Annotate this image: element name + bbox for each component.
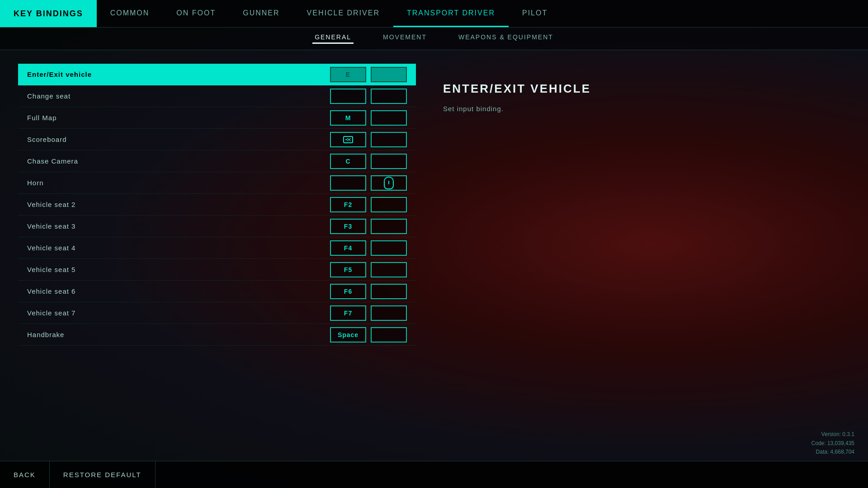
binding-row-seat-7[interactable]: Vehicle seat 7 F7: [18, 302, 416, 324]
binding-label-change-seat: Change seat: [27, 92, 330, 100]
version-info: Version: 0.3.1 Code: 13,039,435 Data: 4,…: [811, 430, 854, 456]
sub-tab-movement[interactable]: MOVEMENT: [381, 33, 429, 44]
key-btn-seat-7-primary[interactable]: F7: [330, 305, 366, 321]
sub-tab-weapons-equipment[interactable]: WEAPONS & EQUIPMENT: [456, 33, 556, 44]
key-btn-change-seat-primary[interactable]: [330, 89, 366, 104]
binding-label-seat-3: Vehicle seat 3: [27, 222, 330, 230]
binding-row-full-map[interactable]: Full Map M: [18, 107, 416, 129]
binding-label-handbrake: Handbrake: [27, 331, 330, 338]
binding-label-seat-5: Vehicle seat 5: [27, 266, 330, 273]
back-button[interactable]: BACK: [0, 461, 50, 488]
binding-row-horn[interactable]: Horn: [18, 172, 416, 194]
key-btn-seat-7-secondary[interactable]: [371, 305, 407, 321]
key-btn-horn-secondary[interactable]: [371, 175, 407, 191]
binding-row-seat-6[interactable]: Vehicle seat 6 F6: [18, 281, 416, 302]
top-nav: KEY BINDINGS COMMON ON FOOT GUNNER VEHIC…: [0, 0, 868, 28]
code-label: Code: 13,039,435: [811, 439, 854, 448]
key-btn-enter-exit-primary[interactable]: E: [330, 67, 366, 82]
binding-row-handbrake[interactable]: Handbrake Space: [18, 324, 416, 346]
binding-keys-change-seat: [330, 89, 407, 104]
binding-keys-seat-7: F7: [330, 305, 407, 321]
key-btn-chase-camera-primary[interactable]: C: [330, 154, 366, 169]
binding-label-seat-7: Vehicle seat 7: [27, 309, 330, 317]
binding-label-horn: Horn: [27, 179, 330, 187]
key-btn-seat-6-secondary[interactable]: [371, 284, 407, 299]
key-btn-seat-2-secondary[interactable]: [371, 197, 407, 212]
key-btn-seat-6-primary[interactable]: F6: [330, 284, 366, 299]
binding-label-enter-exit: Enter/Exit vehicle: [27, 70, 330, 78]
svg-rect-0: [344, 136, 353, 143]
restore-default-button[interactable]: RESTORE DEFAULT: [50, 461, 156, 488]
key-btn-seat-5-primary[interactable]: F5: [330, 262, 366, 277]
key-btn-full-map-secondary[interactable]: [371, 110, 407, 126]
binding-label-full-map: Full Map: [27, 114, 330, 122]
key-btn-scoreboard-secondary[interactable]: [371, 132, 407, 147]
key-btn-seat-3-primary[interactable]: F3: [330, 219, 366, 234]
nav-tab-on-foot[interactable]: ON FOOT: [163, 0, 229, 27]
binding-row-enter-exit[interactable]: Enter/Exit vehicle E: [18, 64, 416, 85]
nav-tab-gunner[interactable]: GUNNER: [229, 0, 293, 27]
key-btn-seat-2-primary[interactable]: F2: [330, 197, 366, 212]
tab-icon: [343, 136, 353, 143]
nav-keybindings-label: KEY BINDINGS: [0, 0, 97, 27]
binding-row-seat-3[interactable]: Vehicle seat 3 F3: [18, 216, 416, 237]
binding-keys-scoreboard: [330, 132, 407, 147]
binding-label-chase-camera: Chase Camera: [27, 157, 330, 165]
binding-keys-seat-2: F2: [330, 197, 407, 212]
binding-row-seat-5[interactable]: Vehicle seat 5 F5: [18, 259, 416, 281]
binding-keys-chase-camera: C: [330, 154, 407, 169]
key-btn-full-map-primary[interactable]: M: [330, 110, 366, 126]
binding-label-seat-6: Vehicle seat 6: [27, 287, 330, 295]
version-label: Version: 0.3.1: [811, 430, 854, 439]
main-content: Enter/Exit vehicle E Change seat Full Ma…: [0, 50, 868, 461]
key-btn-seat-3-secondary[interactable]: [371, 219, 407, 234]
binding-keys-handbrake: Space: [330, 327, 407, 343]
key-btn-handbrake-secondary[interactable]: [371, 327, 407, 343]
key-btn-handbrake-primary[interactable]: Space: [330, 327, 366, 343]
binding-label-scoreboard: Scoreboard: [27, 136, 330, 143]
binding-keys-seat-5: F5: [330, 262, 407, 277]
binding-label-seat-2: Vehicle seat 2: [27, 201, 330, 208]
detail-panel: ENTER/EXIT VEHICLE Set input binding.: [416, 64, 868, 447]
key-btn-seat-4-primary[interactable]: F4: [330, 240, 366, 256]
binding-keys-full-map: M: [330, 110, 407, 126]
nav-tab-pilot[interactable]: PILOT: [509, 0, 561, 27]
detail-title: ENTER/EXIT VEHICLE: [443, 82, 841, 96]
nav-tab-common[interactable]: COMMON: [97, 0, 163, 27]
key-btn-seat-4-secondary[interactable]: [371, 240, 407, 256]
data-label: Data: 4,668,704: [811, 448, 854, 456]
binding-row-change-seat[interactable]: Change seat: [18, 85, 416, 107]
binding-label-seat-4: Vehicle seat 4: [27, 244, 330, 252]
binding-keys-seat-6: F6: [330, 284, 407, 299]
bindings-panel: Enter/Exit vehicle E Change seat Full Ma…: [18, 64, 416, 447]
sub-nav: GENERAL MOVEMENT WEAPONS & EQUIPMENT: [0, 28, 868, 50]
key-btn-chase-camera-secondary[interactable]: [371, 154, 407, 169]
binding-row-seat-2[interactable]: Vehicle seat 2 F2: [18, 194, 416, 216]
binding-row-chase-camera[interactable]: Chase Camera C: [18, 150, 416, 172]
key-btn-change-seat-secondary[interactable]: [371, 89, 407, 104]
key-btn-horn-primary[interactable]: [330, 175, 366, 191]
detail-description: Set input binding.: [443, 105, 841, 113]
bottom-bar: BACK RESTORE DEFAULT: [0, 461, 868, 488]
mouse-icon: [384, 177, 394, 189]
sub-tab-general[interactable]: GENERAL: [312, 33, 354, 44]
binding-keys-seat-3: F3: [330, 219, 407, 234]
binding-keys-horn: [330, 175, 407, 191]
binding-keys-enter-exit: E: [330, 67, 407, 82]
nav-tab-transport-driver[interactable]: TRANSPORT DRIVER: [393, 0, 509, 27]
nav-tab-vehicle-driver[interactable]: VEHICLE DRIVER: [293, 0, 393, 27]
binding-row-scoreboard[interactable]: Scoreboard: [18, 129, 416, 150]
binding-row-seat-4[interactable]: Vehicle seat 4 F4: [18, 237, 416, 259]
binding-keys-seat-4: F4: [330, 240, 407, 256]
key-btn-scoreboard-primary[interactable]: [330, 132, 366, 147]
key-btn-enter-exit-secondary[interactable]: [371, 67, 407, 82]
key-btn-seat-5-secondary[interactable]: [371, 262, 407, 277]
